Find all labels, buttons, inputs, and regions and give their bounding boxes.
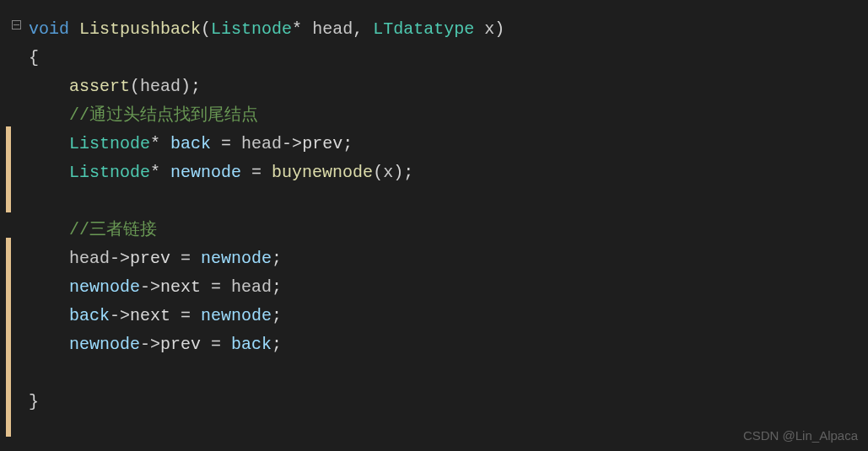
type: Listnode (69, 134, 150, 153)
member: next (160, 277, 201, 297)
star: * (150, 163, 160, 182)
brace: { (29, 48, 39, 67)
arrow: -> (110, 249, 130, 268)
member: prev (130, 249, 170, 268)
type: Listnode (69, 163, 150, 182)
semi: ; (272, 306, 282, 325)
star: * (150, 134, 160, 153)
arrow: -> (282, 134, 302, 153)
eq: = (201, 277, 231, 297)
comment: //三者链接 (69, 220, 157, 239)
eq: = (241, 163, 272, 182)
brace: } (29, 392, 39, 411)
semi: ; (272, 249, 282, 268)
star: * (292, 19, 302, 39)
paren: ) (393, 163, 403, 182)
semi: ; (272, 335, 282, 354)
var: head (140, 77, 181, 96)
arrow: -> (110, 306, 130, 325)
comment: //通过头结点找到尾结点 (69, 105, 258, 125)
var: newnode (201, 306, 272, 325)
var: head (231, 277, 272, 297)
paren: ( (201, 19, 211, 39)
code-editor: void Listpushback(Listnode* head, LTdata… (0, 0, 868, 416)
param: head (312, 19, 353, 39)
type: LTdatatype (373, 19, 474, 39)
function-call: buynewnode (272, 163, 373, 182)
eq: = (170, 306, 201, 325)
eq: = (170, 249, 201, 268)
var: head (69, 249, 110, 268)
function-name: Listpushback (79, 19, 201, 39)
semi: ; (272, 277, 282, 297)
var: newnode (170, 163, 241, 182)
gutter (0, 15, 24, 416)
member: prev (160, 335, 201, 354)
semi: ; (403, 163, 413, 182)
var: x (383, 163, 393, 182)
eq: = (201, 335, 231, 354)
var: back (170, 134, 211, 153)
function-call: assert (69, 77, 130, 96)
var: back (69, 306, 110, 325)
arrow: -> (140, 335, 160, 354)
member: prev (302, 134, 342, 153)
comma: , (353, 19, 373, 39)
var: newnode (69, 335, 140, 354)
param: x (484, 19, 494, 39)
var: newnode (69, 277, 140, 297)
fold-icon[interactable] (12, 20, 21, 30)
watermark: CSDN @Lin_Alpaca (743, 425, 858, 447)
paren: ) (181, 77, 191, 96)
type: Listnode (211, 19, 292, 39)
code-block: void Listpushback(Listnode* head, LTdata… (24, 15, 504, 416)
member: next (130, 306, 170, 325)
var: head (241, 134, 282, 153)
paren: ) (494, 19, 504, 39)
paren: ( (130, 77, 140, 96)
eq: = (211, 134, 241, 153)
modification-bar (6, 126, 11, 212)
semi: ; (342, 134, 353, 153)
arrow: -> (140, 277, 160, 297)
var: newnode (201, 249, 272, 268)
semi: ; (191, 77, 201, 96)
keyword: void (29, 19, 69, 39)
var: back (231, 335, 272, 354)
modification-bar (6, 238, 11, 437)
paren: ( (373, 163, 383, 182)
